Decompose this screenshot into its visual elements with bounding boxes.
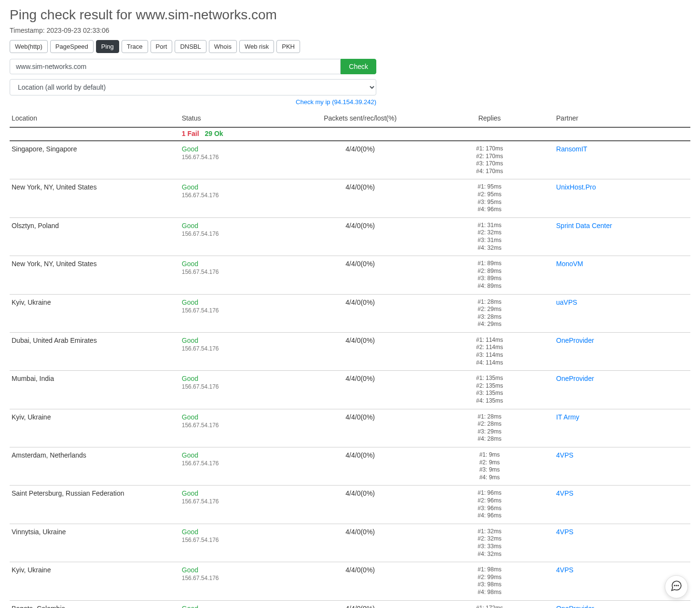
- cell-status: Good156.67.54.176: [180, 562, 296, 600]
- svg-point-1: [676, 585, 676, 586]
- tab-pkh[interactable]: PKH: [276, 40, 300, 53]
- partner-link[interactable]: MonoVM: [556, 260, 583, 268]
- cell-replies: #1: 28ms#2: 28ms#3: 29ms#4: 28ms: [425, 409, 554, 447]
- tab-trace[interactable]: Trace: [122, 40, 148, 53]
- tool-tabs: Web(http)PageSpeedPingTracePortDNSBLWhoi…: [10, 40, 690, 53]
- cell-packets: 4/4/0(0%): [296, 217, 425, 256]
- chat-widget-button[interactable]: [665, 575, 688, 598]
- cell-partner: MonoVM: [554, 256, 690, 294]
- resolved-ip: 156.67.54.176: [182, 230, 294, 237]
- tab-port[interactable]: Port: [151, 40, 173, 53]
- partner-link[interactable]: uaVPS: [556, 298, 577, 306]
- tab-web-risk[interactable]: Web risk: [239, 40, 274, 53]
- table-row: Vinnytsia, UkraineGood156.67.54.1764/4/0…: [10, 524, 690, 562]
- cell-packets: 4/4/0(0%): [296, 524, 425, 562]
- status-badge: Good: [182, 260, 198, 268]
- cell-packets: 4/4/0(0%): [296, 486, 425, 524]
- cell-partner: UnixHost.Pro: [554, 179, 690, 217]
- partner-link[interactable]: Sprint Data Center: [556, 222, 612, 230]
- status-badge: Good: [182, 566, 198, 574]
- table-row: Saint Petersburg, Russian FederationGood…: [10, 486, 690, 524]
- cell-replies: #1: 172ms#2: 172ms#3: 171ms#4: 172ms: [425, 600, 554, 608]
- cell-location: Bogota, Colombia: [10, 600, 180, 608]
- cell-partner: OneProvider: [554, 600, 690, 608]
- partner-link[interactable]: RansomIT: [556, 145, 588, 153]
- status-badge: Good: [182, 337, 198, 344]
- cell-status: Good156.67.54.176: [180, 371, 296, 409]
- tab-whois[interactable]: Whois: [209, 40, 237, 53]
- tab-pagespeed[interactable]: PageSpeed: [50, 40, 94, 53]
- cell-location: Amsterdam, Netherlands: [10, 447, 180, 486]
- cell-location: Olsztyn, Poland: [10, 217, 180, 256]
- cell-replies: #1: 31ms#2: 32ms#3: 31ms#4: 32ms: [425, 217, 554, 256]
- table-row: Olsztyn, PolandGood156.67.54.1764/4/0(0%…: [10, 217, 690, 256]
- cell-replies: #1: 96ms#2: 96ms#3: 96ms#4: 96ms: [425, 486, 554, 524]
- fail-count: 1 Fail: [182, 130, 199, 137]
- host-input[interactable]: [10, 59, 341, 74]
- tab-ping[interactable]: Ping: [96, 40, 119, 53]
- cell-packets: 4/4/0(0%): [296, 179, 425, 217]
- cell-packets: 4/4/0(0%): [296, 332, 425, 370]
- cell-status: Good156.67.54.176: [180, 332, 296, 370]
- cell-location: New York, NY, United States: [10, 256, 180, 294]
- cell-status: Good156.67.54.176: [180, 141, 296, 179]
- cell-partner: IT Army: [554, 409, 690, 447]
- partner-link[interactable]: UnixHost.Pro: [556, 183, 596, 191]
- cell-packets: 4/4/0(0%): [296, 600, 425, 608]
- cell-packets: 4/4/0(0%): [296, 409, 425, 447]
- chat-icon: [670, 580, 683, 594]
- cell-partner: uaVPS: [554, 294, 690, 332]
- cell-packets: 4/4/0(0%): [296, 562, 425, 600]
- cell-replies: #1: 9ms#2: 9ms#3: 9ms#4: 9ms: [425, 447, 554, 486]
- partner-link[interactable]: OneProvider: [556, 605, 594, 608]
- cell-status: Good156.67.54.176: [180, 256, 296, 294]
- tab-dnsbl[interactable]: DNSBL: [175, 40, 206, 53]
- status-badge: Good: [182, 605, 198, 608]
- cell-partner: 4VPS: [554, 486, 690, 524]
- cell-partner: RansomIT: [554, 141, 690, 179]
- table-row: Kyiv, UkraineGood156.67.54.1764/4/0(0%)#…: [10, 294, 690, 332]
- cell-location: Kyiv, Ukraine: [10, 294, 180, 332]
- resolved-ip: 156.67.54.176: [182, 307, 294, 314]
- check-button[interactable]: Check: [341, 59, 376, 74]
- status-badge: Good: [182, 413, 198, 421]
- th-replies: Replies: [425, 110, 554, 127]
- cell-partner: OneProvider: [554, 332, 690, 370]
- partner-link[interactable]: 4VPS: [556, 528, 574, 536]
- resolved-ip: 156.67.54.176: [182, 498, 294, 505]
- cell-replies: #1: 170ms#2: 170ms#3: 170ms#4: 170ms: [425, 141, 554, 179]
- cell-packets: 4/4/0(0%): [296, 141, 425, 179]
- resolved-ip: 156.67.54.176: [182, 575, 294, 581]
- partner-link[interactable]: OneProvider: [556, 337, 594, 344]
- table-row: New York, NY, United StatesGood156.67.54…: [10, 256, 690, 294]
- cell-location: Dubai, United Arab Emirates: [10, 332, 180, 370]
- table-row: New York, NY, United StatesGood156.67.54…: [10, 179, 690, 217]
- resolved-ip: 156.67.54.176: [182, 192, 294, 199]
- cell-status: Good156.67.54.176: [180, 600, 296, 608]
- svg-point-0: [674, 585, 675, 586]
- check-my-ip-link[interactable]: Check my ip (94.154.39.242): [296, 98, 376, 106]
- cell-location: Vinnytsia, Ukraine: [10, 524, 180, 562]
- resolved-ip: 156.67.54.176: [182, 383, 294, 390]
- status-badge: Good: [182, 183, 198, 191]
- partner-link[interactable]: IT Army: [556, 413, 579, 421]
- cell-location: Kyiv, Ukraine: [10, 562, 180, 600]
- location-select[interactable]: Location (all world by default): [10, 79, 376, 95]
- partner-link[interactable]: 4VPS: [556, 489, 574, 497]
- partner-link[interactable]: OneProvider: [556, 375, 594, 382]
- partner-link[interactable]: 4VPS: [556, 566, 574, 574]
- cell-partner: 4VPS: [554, 524, 690, 562]
- table-row: Singapore, SingaporeGood156.67.54.1764/4…: [10, 141, 690, 179]
- status-badge: Good: [182, 375, 198, 382]
- cell-status: Good156.67.54.176: [180, 409, 296, 447]
- cell-replies: #1: 32ms#2: 32ms#3: 33ms#4: 32ms: [425, 524, 554, 562]
- tab-web-http-[interactable]: Web(http): [10, 40, 48, 53]
- cell-status: Good156.67.54.176: [180, 447, 296, 486]
- table-row: Kyiv, UkraineGood156.67.54.1764/4/0(0%)#…: [10, 409, 690, 447]
- table-row: Dubai, United Arab EmiratesGood156.67.54…: [10, 332, 690, 370]
- cell-packets: 4/4/0(0%): [296, 371, 425, 409]
- cell-packets: 4/4/0(0%): [296, 256, 425, 294]
- cell-packets: 4/4/0(0%): [296, 294, 425, 332]
- table-row: Mumbai, IndiaGood156.67.54.1764/4/0(0%)#…: [10, 371, 690, 409]
- partner-link[interactable]: 4VPS: [556, 451, 574, 459]
